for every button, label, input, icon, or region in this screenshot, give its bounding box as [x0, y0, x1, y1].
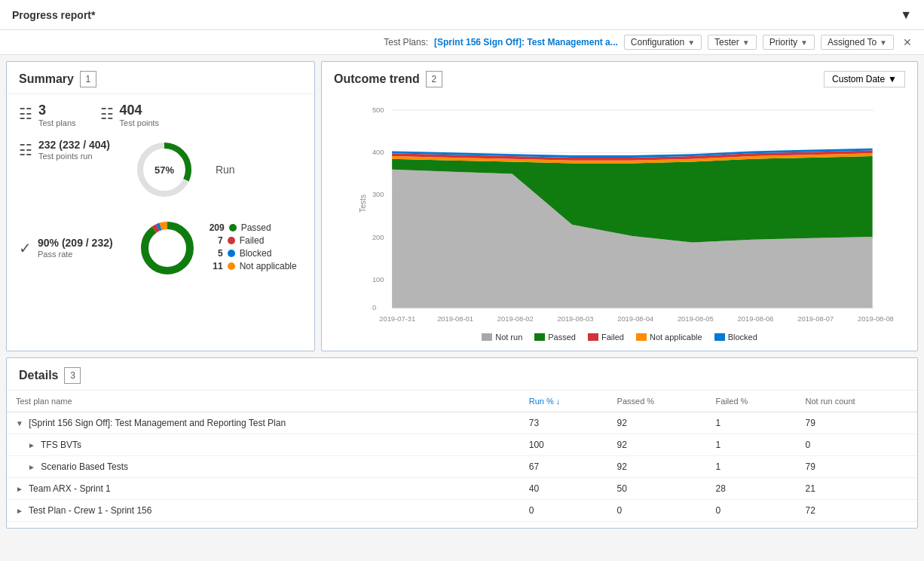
chevron-down-icon: ▼: [888, 74, 897, 84]
x-tick-3: 2019-08-03: [558, 315, 594, 323]
not-run-swatch: [482, 333, 492, 341]
legend-passed-count: 209: [210, 222, 225, 233]
details-table: Test plan name Run % ↓ Passed % Failed %…: [7, 391, 917, 522]
chevron-right-icon[interactable]: ►: [16, 485, 23, 493]
app-header: Progress report* ▼: [0, 0, 924, 30]
details-card: Details 3 Test plan name Run % ↓ Passed …: [6, 357, 918, 529]
y-axis-label: Tests: [359, 195, 367, 213]
col-failed-pct: Failed %: [707, 391, 797, 412]
legend-passed: Passed: [534, 333, 576, 342]
row-passed-pct: 92: [608, 412, 707, 434]
row-not-run-count: 72: [797, 500, 917, 522]
y-tick-300: 300: [372, 191, 384, 198]
x-tick-0: 2019-07-31: [379, 315, 415, 323]
row-name: ▼ [Sprint 156 Sign Off]: Test Management…: [7, 412, 520, 434]
table-row: ▼ [Sprint 156 Sign Off]: Test Management…: [7, 412, 917, 434]
x-tick-1: 2019-08-01: [437, 315, 473, 323]
pass-rate-value: 90% (209 / 232): [38, 238, 113, 248]
svg-point-3: [145, 225, 190, 271]
top-row: Summary 1 ☷ 3 Test plans ☷: [6, 61, 918, 351]
filter-bar: Test Plans: [Sprint 156 Sign Off]: Test …: [0, 30, 924, 55]
trend-chart-svg: 500 400 300 200 100 0 Tests: [334, 100, 905, 326]
custom-date-button[interactable]: Custom Date ▼: [824, 71, 905, 87]
stat-test-plans: ☷ 3 Test plans: [19, 103, 76, 127]
pass-section: 209 Passed 7 Failed 5: [137, 218, 297, 278]
stat-row-top: ☷ 3 Test plans ☷ 404 Test points: [19, 103, 302, 127]
col-not-run-count: Not run count: [797, 391, 917, 412]
chevron-right-icon[interactable]: ►: [28, 441, 35, 449]
row-not-run-count: 21: [797, 478, 917, 500]
stat-row-pass: ✓ 90% (209 / 232) Pass rate: [19, 218, 302, 278]
filter-chip-priority[interactable]: Priority ▼: [763, 35, 815, 50]
trend-card: Outcome trend 2 Custom Date ▼ 500 400 30…: [321, 61, 918, 351]
legend-blocked: Blocked: [714, 333, 757, 342]
x-tick-7: 2019-08-07: [797, 315, 834, 323]
chevron-right-icon[interactable]: ►: [28, 463, 35, 471]
chart-legend: Not run Passed Failed Not applicable: [334, 328, 905, 345]
run-pct-label: 57%: [155, 164, 174, 176]
filter-test-plans-label: Test Plans:: [384, 37, 428, 48]
row-name: ► TFS BVTs: [7, 434, 520, 456]
blocked-dot: [228, 250, 235, 257]
legend-blocked-count: 5: [210, 248, 223, 259]
row-failed-pct: 28: [707, 478, 797, 500]
table-row: ► Team ARX - Sprint 1 40 50 28 21: [7, 478, 917, 500]
trend-header: Outcome trend 2 Custom Date ▼: [322, 62, 917, 94]
points-run-label: Test points run: [38, 152, 110, 161]
run-donut: 57%: [134, 139, 194, 200]
row-not-run-count: 79: [797, 412, 917, 434]
test-plans-label: Test plans: [38, 118, 76, 127]
row-run-pct: 73: [520, 412, 608, 434]
legend-passed: 209 Passed: [210, 222, 297, 233]
row-passed-pct: 92: [608, 456, 707, 478]
pass-rate-label: Pass rate: [38, 250, 113, 259]
legend-failed-count: 7: [210, 235, 223, 246]
table-header-row: Test plan name Run % ↓ Passed % Failed %…: [7, 391, 917, 412]
failed-swatch: [588, 333, 598, 341]
chevron-down-icon: ▼: [800, 38, 808, 47]
y-tick-200: 200: [372, 234, 384, 241]
x-tick-6: 2019-08-06: [738, 315, 774, 323]
test-points-icon: ☷: [100, 105, 114, 123]
points-run-icon: ☷: [19, 141, 32, 159]
row-failed-pct: 1: [707, 412, 797, 434]
details-header: Details 3: [7, 358, 917, 391]
table-row: ► Scenario Based Tests 67 92 1 79: [7, 456, 917, 478]
table-header: Test plan name Run % ↓ Passed % Failed %…: [7, 391, 917, 412]
chevron-down-icon[interactable]: ▼: [16, 419, 23, 428]
details-body: Test plan name Run % ↓ Passed % Failed %…: [7, 391, 917, 528]
filter-test-plans-value: [Sprint 156 Sign Off]: Test Management a…: [434, 37, 618, 48]
chevron-right-icon[interactable]: ►: [16, 507, 23, 515]
legend-failed: 7 Failed: [210, 235, 297, 246]
stat-row-run: ☷ 232 (232 / 404) Test points run: [19, 139, 302, 206]
col-run-pct[interactable]: Run % ↓: [520, 391, 608, 412]
x-tick-8: 2019-08-08: [858, 315, 894, 323]
summary-title: Summary: [19, 72, 74, 86]
row-passed-pct: 0: [608, 500, 707, 522]
row-not-run-count: 79: [797, 456, 917, 478]
passed-dot: [229, 224, 237, 231]
filter-chip-assigned-to[interactable]: Assigned To ▼: [821, 35, 894, 50]
legend-na: 11 Not applicable: [210, 261, 297, 271]
stat-test-points: ☷ 404 Test points: [100, 103, 160, 127]
summary-body: ☷ 3 Test plans ☷ 404 Test points: [7, 94, 314, 299]
trend-header-left: Outcome trend 2: [334, 71, 442, 87]
x-tick-2: 2019-08-02: [497, 315, 534, 323]
trend-num: 2: [426, 71, 442, 87]
row-not-run-count: 0: [797, 434, 917, 456]
test-points-label: Test points: [120, 118, 160, 127]
filter-chip-configuration[interactable]: Configuration ▼: [624, 35, 702, 50]
table-body: ▼ [Sprint 156 Sign Off]: Test Management…: [7, 412, 917, 522]
y-tick-500: 500: [372, 106, 384, 114]
filter-chip-tester[interactable]: Tester ▼: [708, 35, 757, 50]
failed-dot: [228, 237, 235, 244]
row-run-pct: 0: [520, 500, 608, 522]
na-dot: [228, 262, 235, 270]
x-tick-5: 2019-08-05: [678, 315, 714, 323]
summary-card: Summary 1 ☷ 3 Test plans ☷: [6, 61, 315, 351]
close-icon[interactable]: ✕: [903, 36, 912, 48]
row-run-pct: 40: [520, 478, 608, 500]
col-test-plan-name: Test plan name: [7, 391, 520, 412]
row-run-pct: 100: [520, 434, 608, 456]
filter-icon[interactable]: ▼: [900, 8, 912, 22]
